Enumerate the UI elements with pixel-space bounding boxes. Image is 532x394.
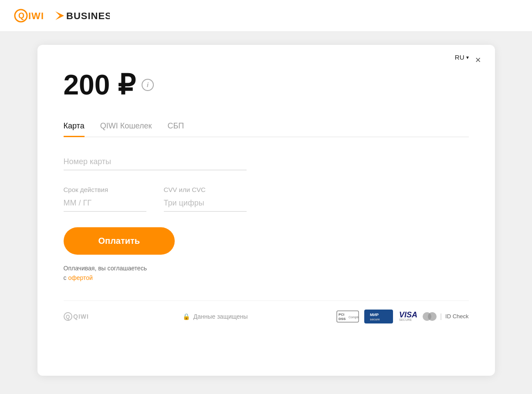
amount-row: 200 ₽ i bbox=[64, 71, 469, 99]
visa-icon: VISA SECURE bbox=[398, 310, 417, 322]
footer-security: 🔒 Данные защищены bbox=[183, 313, 248, 320]
idcheck-text: ID Check bbox=[445, 313, 468, 320]
svg-text:VISA: VISA bbox=[399, 310, 417, 319]
offer-text: Оплачивая, вы соглашаетесь с офертой bbox=[64, 263, 247, 283]
modal-footer: Q QIWI 🔒 Данные защищены PCI bbox=[64, 300, 469, 323]
security-text: Данные защищены bbox=[193, 313, 248, 320]
card-number-input[interactable] bbox=[64, 155, 247, 170]
svg-text:IWI: IWI bbox=[28, 10, 44, 21]
svg-text:МИР: МИР bbox=[370, 313, 379, 317]
cvv-input[interactable] bbox=[164, 196, 247, 212]
cvv-label: CVV или CVC bbox=[164, 186, 247, 193]
tab-sbp[interactable]: СБП bbox=[167, 116, 184, 137]
qiwi-business-logo: Q IWI BUSINESS bbox=[14, 8, 110, 24]
card-number-field bbox=[64, 155, 247, 170]
id-check-badge: | ID Check bbox=[423, 312, 469, 321]
language-label: RU bbox=[455, 54, 464, 61]
footer-logo-svg: Q QIWI bbox=[64, 311, 94, 322]
payment-form: Срок действия CVV или CVC Оплатить Оплач… bbox=[64, 155, 247, 283]
cvv-field: CVV или CVC bbox=[164, 186, 247, 212]
mastercard-icon bbox=[423, 312, 437, 321]
svg-text:SECURE: SECURE bbox=[399, 318, 412, 321]
pay-button[interactable]: Оплатить bbox=[64, 227, 175, 255]
svg-text:Q: Q bbox=[66, 314, 70, 320]
offer-prefix: с bbox=[64, 274, 68, 281]
idcheck-separator: | bbox=[440, 313, 442, 320]
expiry-label: Срок действия bbox=[64, 186, 146, 193]
expiry-input[interactable] bbox=[64, 196, 146, 212]
svg-text:secure: secure bbox=[370, 318, 380, 321]
tab-qiwi-wallet[interactable]: QIWI Кошелек bbox=[100, 116, 152, 137]
svg-text:Compliant: Compliant bbox=[349, 316, 359, 319]
svg-text:DSS: DSS bbox=[339, 317, 346, 321]
svg-text:PCI: PCI bbox=[339, 313, 344, 317]
tab-card[interactable]: Карта bbox=[64, 116, 85, 137]
logo: Q IWI BUSINESS bbox=[14, 8, 110, 24]
language-selector[interactable]: RU ▾ bbox=[455, 54, 469, 61]
svg-marker-3 bbox=[55, 11, 64, 20]
main-content: RU ▾ × 200 ₽ i Карта QIWI Кошелек bbox=[0, 32, 532, 394]
footer-qiwi-logo: Q QIWI bbox=[64, 311, 94, 322]
footer-badges: PCI DSS Compliant МИР secure bbox=[336, 310, 469, 323]
svg-text:Q: Q bbox=[18, 11, 24, 20]
header: Q IWI BUSINESS bbox=[0, 0, 532, 32]
close-button[interactable]: × bbox=[472, 54, 485, 67]
payment-tabs: Карта QIWI Кошелек СБП bbox=[64, 116, 469, 137]
expiry-field: Срок действия bbox=[64, 186, 146, 212]
amount-display: 200 ₽ bbox=[64, 71, 136, 99]
svg-text:BUSINESS: BUSINESS bbox=[66, 10, 110, 21]
pci-dss-icon: PCI DSS Compliant bbox=[336, 310, 359, 323]
lock-icon: 🔒 bbox=[183, 313, 190, 320]
payment-modal: RU ▾ × 200 ₽ i Карта QIWI Кошелек bbox=[37, 45, 495, 376]
offer-link[interactable]: офертой bbox=[68, 274, 92, 281]
expiry-cvv-row: Срок действия CVV или CVC bbox=[64, 186, 247, 212]
svg-text:QIWI: QIWI bbox=[73, 313, 89, 320]
page: Q IWI BUSINESS RU ▾ × 200 ₽ bbox=[0, 0, 532, 394]
pci-dss-badge: PCI DSS Compliant bbox=[336, 310, 359, 323]
mir-icon: МИР secure bbox=[368, 311, 390, 322]
visa-badge: VISA SECURE bbox=[398, 310, 417, 323]
mir-badge: МИР secure bbox=[364, 310, 393, 323]
chevron-down-icon: ▾ bbox=[466, 54, 469, 61]
offer-line1: Оплачивая, вы соглашаетесь bbox=[64, 265, 147, 272]
info-icon[interactable]: i bbox=[142, 79, 154, 91]
